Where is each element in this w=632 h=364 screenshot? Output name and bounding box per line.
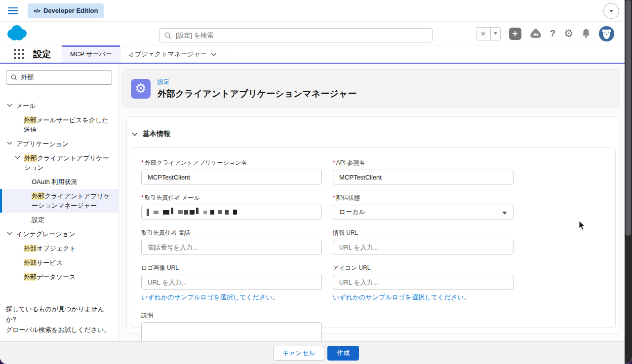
sidebar-item-ext-mail-service[interactable]: 外部メールサービスを介した送信 xyxy=(0,113,118,137)
sidebar-item-oauth-usage[interactable]: OAuth 利用状況 xyxy=(0,175,118,189)
sidebar-item-ext-client-app-group[interactable]: 外部クライアントアプリケーション xyxy=(0,151,118,175)
page-header-card: ⚙ 設定 外部クライアントアプリケーションマネージャー xyxy=(122,69,620,108)
cancel-button[interactable]: キャンセル xyxy=(273,346,325,361)
favorites-group: ★ xyxy=(476,27,501,40)
section-basic-info[interactable]: 基本情報 xyxy=(127,117,620,139)
setup-tree: メール 外部メールサービスを介した送信 アプリケーション 外部クライアントアプリ… xyxy=(0,99,118,284)
dev-edition-badge[interactable]: </> Developer Edition xyxy=(28,3,104,18)
search-icon xyxy=(164,32,171,39)
action-footer: キャンセル 作成 xyxy=(0,341,632,364)
sidebar-item-application-group[interactable]: アプリケーション xyxy=(0,137,118,151)
field-info-url: 情報 URL xyxy=(333,229,514,255)
sidebar-item-ext-services[interactable]: 外部サービス xyxy=(0,255,118,270)
caret-down-icon xyxy=(493,32,498,35)
field-app-name: *外部クライアントアプリケーション名 xyxy=(141,159,322,184)
nav-bar: 設定 MCP サーバー オブジェクトマネージャー xyxy=(0,45,632,63)
distribution-state-select[interactable]: ローカル xyxy=(333,205,514,219)
sidebar-item-ext-datasources[interactable]: 外部データソース xyxy=(0,270,118,284)
tab-object-manager[interactable]: オブジェクトマネージャー xyxy=(120,45,225,63)
code-icon: </> xyxy=(34,8,40,14)
chevron-down-icon xyxy=(7,104,12,107)
field-logo-url: ロゴ画像 URL いずれかのサンプルロゴを選択してください。 xyxy=(141,264,322,302)
quick-create-button[interactable]: + xyxy=(509,28,521,40)
required-marker: * xyxy=(141,194,144,201)
required-marker: * xyxy=(333,159,335,166)
caret-down-icon xyxy=(609,9,614,13)
sidebar-help-text: 探しているものが見つかりませんか? グローバル検索をお試しください。 xyxy=(6,304,112,335)
page-title: 外部クライアントアプリケーションマネージャー xyxy=(158,88,356,100)
tab-mcp-server[interactable]: MCP サーバー xyxy=(62,45,120,63)
caret-down-icon xyxy=(502,212,507,215)
app-name-input[interactable] xyxy=(141,170,322,184)
contact-phone-input[interactable] xyxy=(141,240,322,255)
favorites-caret-button[interactable] xyxy=(490,28,500,40)
header-actions: ★ + ? ⚙ xyxy=(476,22,614,45)
salesforce-logo xyxy=(6,25,29,41)
main-content: ⚙ 設定 外部クライアントアプリケーションマネージャー 基本情報 *外部クライア… xyxy=(118,64,632,341)
required-marker: * xyxy=(141,159,144,166)
app-name: 設定 xyxy=(33,48,51,60)
setup-gear-icon[interactable]: ⚙ xyxy=(564,28,573,39)
dev-edition-label: Developer Edition xyxy=(43,7,98,14)
description-textarea[interactable] xyxy=(142,323,321,341)
field-contact-phone: 取引先責任者 電話 xyxy=(141,229,322,255)
window-scrollbar xyxy=(625,0,632,364)
field-contact-email: *取引先責任者 メール xyxy=(141,194,322,219)
global-search-input[interactable] xyxy=(176,32,427,39)
scrollbar-thumb[interactable] xyxy=(626,0,631,236)
sample-icon-link[interactable]: いずれかのサンプルロゴを選択してください。 xyxy=(333,293,514,302)
notifications-bell-icon[interactable] xyxy=(582,29,591,38)
sidebar-item-ext-client-app-manager[interactable]: 外部クライアントアプリケーションマネージャー xyxy=(0,189,118,213)
chevron-down-icon xyxy=(7,232,12,235)
sample-logo-link[interactable]: いずれかのサンプルロゴを選択してください。 xyxy=(141,293,322,302)
setup-sidebar: メール 外部メールサービスを介した送信 アプリケーション 外部クライアントアプリ… xyxy=(0,64,118,341)
chevron-down-icon xyxy=(7,142,12,145)
chevron-down-icon xyxy=(132,132,138,136)
help-icon[interactable]: ? xyxy=(550,28,556,39)
breadcrumb-setup-link[interactable]: 設定 xyxy=(158,78,356,86)
favorite-star-icon[interactable]: ★ xyxy=(476,28,490,40)
sidebar-item-settings[interactable]: 設定 xyxy=(0,213,118,227)
chevron-down-icon xyxy=(211,52,217,56)
field-description: 説明 xyxy=(141,311,322,341)
icon-url-input[interactable] xyxy=(333,275,514,290)
app-launcher-icon[interactable] xyxy=(14,49,24,59)
required-marker: * xyxy=(333,194,335,201)
api-name-input[interactable] xyxy=(333,170,514,184)
form-card: 基本情報 *外部クライアントアプリケーション名 *API 参照名 *取引先責任者… xyxy=(126,116,620,333)
setup-gear-tile-icon: ⚙ xyxy=(131,79,151,99)
sidebar-item-integration-group[interactable]: インテグレーション xyxy=(0,227,118,241)
create-button[interactable]: 作成 xyxy=(327,346,359,361)
sidebar-search[interactable] xyxy=(6,70,112,85)
field-api-name: *API 参照名 xyxy=(333,159,514,184)
guidance-center-icon[interactable] xyxy=(530,28,542,39)
sidebar-search-input[interactable] xyxy=(21,74,107,81)
contact-email-input-redacted[interactable] xyxy=(141,205,322,219)
sidebar-item-mail-group[interactable]: メール xyxy=(0,99,118,113)
field-icon-url: アイコン URL いずれかのサンプルロゴを選択してください。 xyxy=(333,264,514,302)
basic-info-fieldset: *外部クライアントアプリケーション名 *API 参照名 *取引先責任者 メール xyxy=(131,147,616,328)
nav-tabs: MCP サーバー オブジェクトマネージャー xyxy=(62,45,225,63)
sidebar-item-ext-objects[interactable]: 外部オブジェクト xyxy=(0,241,118,255)
user-avatar[interactable] xyxy=(599,26,614,41)
hamburger-menu-icon[interactable] xyxy=(8,7,18,14)
browser-window: </> Developer Edition xyxy=(0,0,632,364)
search-icon xyxy=(11,74,17,81)
global-search[interactable] xyxy=(159,28,433,42)
chevron-down-icon xyxy=(15,156,20,159)
field-distribution-state: *配信状態 ローカル xyxy=(333,194,514,219)
window-caret-button[interactable] xyxy=(603,3,619,19)
global-header: ★ + ? ⚙ xyxy=(0,22,632,45)
window-titlebar: </> Developer Edition xyxy=(0,0,632,22)
info-url-input[interactable] xyxy=(333,240,514,255)
logo-url-input[interactable] xyxy=(141,275,322,290)
